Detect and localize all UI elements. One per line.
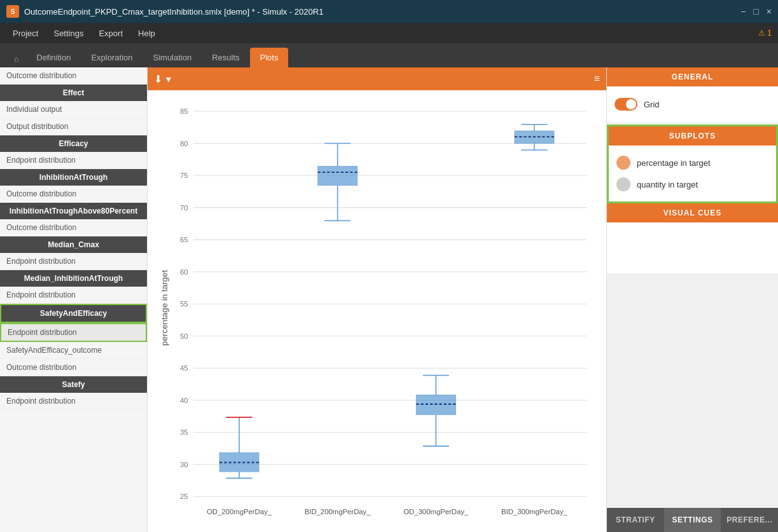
title-bar: S OutcomeEndpoint_PKPD_Cmax_targetInhibi…: [0, 0, 778, 23]
visual-cues-header: VISUAL CUES: [607, 203, 778, 222]
svg-text:85: 85: [180, 107, 188, 115]
boxplot-od300: [416, 376, 455, 446]
window-controls[interactable]: − □ ×: [740, 6, 772, 17]
subplots-content: percentage in target quantity in target: [609, 146, 776, 201]
grid-toggle-row: Grid: [615, 94, 770, 114]
svg-text:60: 60: [180, 268, 188, 276]
sidebar-item-outcome-dist-3[interactable]: Outcome distribution: [0, 219, 147, 236]
tab-exploration[interactable]: Exploration: [81, 48, 142, 67]
sidebar-header-inhibition-above80: InhibitionAtTroughAbove80Percent: [0, 203, 147, 219]
sidebar-item-endpoint-dist-1[interactable]: Endpoint distribution: [0, 152, 147, 169]
svg-text:75: 75: [180, 172, 188, 179]
svg-text:45: 45: [180, 364, 188, 372]
sidebar-header-median-cmax: Median_Cmax: [0, 236, 147, 253]
subplot-label-quantity: quantity in target: [637, 180, 698, 189]
window-title: OutcomeEndpoint_PKPD_Cmax_targetInhibiti…: [24, 7, 323, 17]
subplots-header: SUBPLOTS: [609, 126, 776, 146]
svg-text:30: 30: [180, 461, 188, 468]
menu-help[interactable]: Help: [132, 26, 162, 41]
close-button[interactable]: ×: [767, 6, 772, 17]
tab-settings[interactable]: SETTINGS: [664, 508, 721, 532]
sidebar-header-safety-efficacy: SafetyAndEfficacy: [0, 304, 147, 323]
sidebar-item-output-dist[interactable]: Output distribution: [0, 118, 147, 135]
subplot-row-quantity: quantity in target: [616, 174, 768, 195]
sidebar-header-effect: Effect: [0, 85, 147, 101]
sidebar-item-individual-output[interactable]: Individual output: [0, 101, 147, 118]
y-axis-label: percentage in target: [160, 270, 169, 346]
svg-text:25: 25: [180, 493, 188, 500]
maximize-button[interactable]: □: [753, 6, 758, 17]
svg-text:35: 35: [180, 428, 188, 436]
right-panel: GENERAL Grid SUBPLOTS percentage in targ…: [606, 67, 778, 532]
general-content: Grid: [607, 86, 778, 122]
svg-text:55: 55: [180, 300, 188, 308]
sidebar-item-endpoint-dist-last[interactable]: Endpoint distribution: [0, 393, 147, 410]
subplot-circle-percentage[interactable]: [616, 156, 630, 170]
warning-badge: ⚠ 1: [758, 29, 772, 38]
sidebar-header-median-inhibition: Median_InhibitionAtTrough: [0, 270, 147, 287]
chart-container: percentage in target .grid-line { stroke…: [148, 90, 606, 532]
svg-text:70: 70: [180, 204, 188, 212]
svg-rect-34: [318, 167, 358, 186]
sidebar-item-endpoint-dist-active[interactable]: Endpoint distribution: [0, 323, 147, 342]
sidebar-header-efficacy: Efficacy: [0, 135, 147, 152]
svg-text:80: 80: [180, 140, 188, 147]
grid-toggle[interactable]: [615, 98, 637, 111]
general-header: GENERAL: [607, 67, 778, 86]
boxplot-bid200: [318, 144, 358, 221]
visual-cues-section: VISUAL CUES: [607, 203, 778, 273]
tab-stratify[interactable]: STRATIFY: [607, 508, 664, 532]
sidebar-item-endpoint-dist-3[interactable]: Endpoint distribution: [0, 287, 147, 304]
nav-tabs: ⌂ Definition Exploration Simulation Resu…: [0, 43, 778, 67]
tab-prefere[interactable]: PREFERE...: [721, 508, 778, 532]
main-layout: Outcome distribution Effect Individual o…: [0, 67, 778, 532]
menu-dots[interactable]: ≡: [594, 73, 600, 85]
x-label-od200: OD_200mgPerDay_: [207, 508, 272, 515]
svg-text:50: 50: [180, 332, 188, 340]
tab-definition[interactable]: Definition: [26, 48, 81, 67]
x-label-bid300: BID_300mgPerDay_: [501, 508, 568, 515]
x-label-bid200: BID_200mgPerDay_: [305, 508, 372, 515]
general-section: GENERAL Grid: [607, 67, 778, 122]
sidebar-header-satefy: Satefy: [0, 376, 147, 393]
app-icon: S: [6, 5, 19, 18]
boxplot-bid300: [515, 125, 554, 150]
tab-plots[interactable]: Plots: [250, 48, 289, 67]
home-tab[interactable]: ⌂: [6, 51, 26, 67]
minimize-button[interactable]: −: [740, 6, 746, 17]
sidebar-item-outcome-dist-2[interactable]: Outcome distribution: [0, 186, 147, 203]
menu-bar: Project Settings Export Help ⚠ 1: [0, 23, 778, 43]
tab-results[interactable]: Results: [202, 48, 249, 67]
subplots-section: SUBPLOTS percentage in target quantity i…: [607, 125, 778, 203]
grid-label: Grid: [644, 100, 660, 109]
download-button[interactable]: ⬇: [154, 73, 162, 85]
bottom-tabs: STRATIFY SETTINGS PREFERE...: [607, 508, 778, 532]
menu-project[interactable]: Project: [6, 26, 45, 41]
menu-settings[interactable]: Settings: [47, 26, 90, 41]
svg-text:65: 65: [180, 236, 188, 243]
sidebar-item-outcome-dist-top[interactable]: Outcome distribution: [0, 67, 147, 85]
dropdown-arrow[interactable]: ▾: [166, 73, 171, 85]
sidebar: Outcome distribution Effect Individual o…: [0, 67, 148, 532]
chart-toolbar: ⬇ ▾ ≡: [148, 67, 606, 90]
sidebar-item-endpoint-dist-2[interactable]: Endpoint distribution: [0, 253, 147, 270]
tab-simulation[interactable]: Simulation: [143, 48, 202, 67]
sidebar-item-outcome-dist-4[interactable]: Outcome distribution: [0, 359, 147, 376]
chart-area: ⬇ ▾ ≡ percentage in target .grid-line { …: [148, 67, 606, 532]
menu-export[interactable]: Export: [92, 26, 129, 41]
sidebar-item-safety-efficacy-outcome[interactable]: SafetyAndEfficacy_outcome: [0, 342, 147, 359]
svg-text:40: 40: [180, 397, 188, 404]
sidebar-header-inhibition-trough: InhibitionAtTrough: [0, 169, 147, 186]
boxplot-od200: [219, 418, 259, 479]
subplot-circle-quantity[interactable]: [616, 177, 630, 191]
x-label-od300: OD_300mgPerDay_: [403, 508, 469, 515]
visual-cues-content: [607, 222, 778, 273]
subplot-label-percentage: percentage in target: [637, 158, 711, 168]
subplot-row-percentage: percentage in target: [616, 152, 768, 174]
